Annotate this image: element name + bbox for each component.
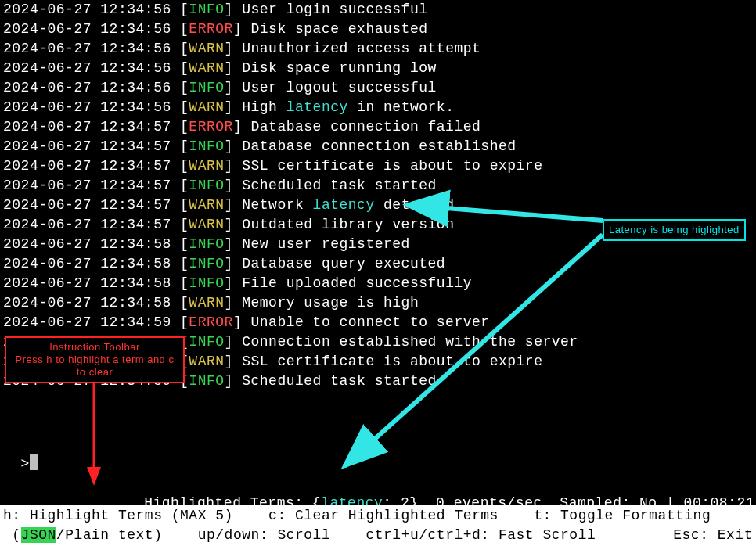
paren-open: ( xyxy=(3,527,21,543)
highlighted-term: latency xyxy=(286,99,348,115)
hint-scroll: up/down: Scroll xyxy=(198,527,331,543)
log-output[interactable]: 2024-06-27 12:34:56 [INFO] User login su… xyxy=(0,0,756,391)
prompt-line[interactable]: > xyxy=(0,434,756,474)
hint-highlight: h: Highlight Terms (MAX 5) xyxy=(3,508,233,523)
log-line: 2024-06-27 12:34:57 [INFO] Scheduled tas… xyxy=(3,176,756,196)
annotation-toolbar-callout: Instruction ToolbarPress h to highlight … xyxy=(5,336,185,383)
log-line: 2024-06-27 12:34:57 [WARN] SSL certifica… xyxy=(3,156,756,176)
log-line: 2024-06-27 12:34:56 [INFO] User logout s… xyxy=(3,78,756,98)
hint-toggle: t: Toggle Formatting xyxy=(534,508,711,523)
hint-exit: Esc: Exit xyxy=(673,526,753,545)
json-mode-badge: JSON xyxy=(21,527,56,543)
log-line: 2024-06-27 12:34:58 [INFO] File uploaded… xyxy=(3,274,756,293)
log-line: 2024-06-27 12:34:58 [INFO] Database quer… xyxy=(3,254,756,274)
divider: ________________________________________… xyxy=(0,415,756,434)
prompt-char: > xyxy=(21,456,30,472)
cursor-icon xyxy=(30,454,38,470)
plain-mode: /Plain text) xyxy=(56,527,163,543)
log-line: 2024-06-27 12:34:56 [WARN] Disk space ru… xyxy=(3,59,756,78)
hint-fast-scroll: ctrl+u/ctrl+d: Fast Scroll xyxy=(365,527,596,543)
instruction-toolbar: h: Highlight Terms (MAX 5) c: Clear High… xyxy=(0,505,756,546)
log-line: 2024-06-27 12:34:56 [ERROR] Disk space e… xyxy=(3,20,756,39)
log-line: 2024-06-27 12:34:57 [ERROR] Database con… xyxy=(3,117,756,137)
log-line: 2024-06-27 12:34:56 [WARN] Unauthorized … xyxy=(3,39,756,59)
log-line: 2024-06-27 12:34:57 [WARN] Network laten… xyxy=(3,196,756,215)
highlighted-term: latency xyxy=(313,197,375,213)
annotation-latency-callout: Latency is being higlighted xyxy=(603,219,746,241)
hint-clear: c: Clear Highlighted Terms xyxy=(268,508,499,523)
log-line: 2024-06-27 12:34:56 [INFO] User login su… xyxy=(3,0,756,20)
log-line: 2024-06-27 12:34:58 [WARN] Memory usage … xyxy=(3,293,756,313)
log-line: 2024-06-27 12:34:59 [ERROR] Unable to co… xyxy=(3,313,756,332)
log-line: 2024-06-27 12:34:57 [INFO] Database conn… xyxy=(3,137,756,156)
log-line: 2024-06-27 12:34:56 [WARN] High latency … xyxy=(3,98,756,117)
